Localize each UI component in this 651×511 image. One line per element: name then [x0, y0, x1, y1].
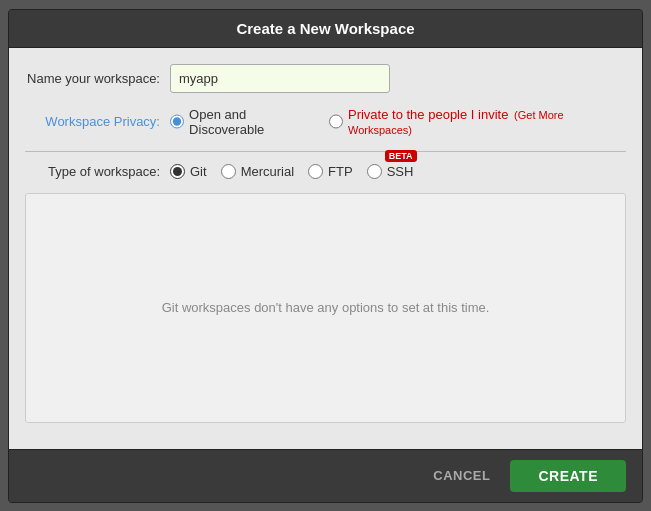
workspace-name-row: Name your workspace: — [25, 64, 626, 93]
type-ssh-option[interactable]: BETA SSH — [367, 164, 414, 179]
privacy-open-option[interactable]: Open and Discoverable — [170, 107, 317, 137]
privacy-private-label[interactable]: Private to the people I invite (Get More… — [348, 107, 614, 137]
workspace-privacy-row: Workspace Privacy: Open and Discoverable… — [25, 107, 626, 137]
privacy-private-radio[interactable] — [329, 114, 343, 129]
cancel-button[interactable]: CANCEL — [423, 462, 500, 489]
type-label: Type of workspace: — [25, 164, 170, 179]
type-ftp-label[interactable]: FTP — [328, 164, 353, 179]
dialog-body: Name your workspace: Workspace Privacy: … — [9, 48, 642, 449]
divider — [25, 151, 626, 152]
workspace-name-input[interactable] — [170, 64, 390, 93]
type-mercurial-radio[interactable] — [221, 164, 236, 179]
type-ssh-label[interactable]: SSH — [387, 164, 414, 179]
workspace-name-label: Name your workspace: — [25, 71, 170, 86]
beta-badge: BETA — [385, 150, 417, 162]
create-workspace-dialog: Create a New Workspace Name your workspa… — [8, 9, 643, 503]
type-mercurial-option[interactable]: Mercurial — [221, 164, 294, 179]
type-mercurial-label[interactable]: Mercurial — [241, 164, 294, 179]
privacy-open-radio[interactable] — [170, 114, 184, 129]
dialog-footer: CANCEL CREATE — [9, 449, 642, 502]
privacy-label: Workspace Privacy: — [25, 114, 170, 129]
workspace-type-row: Type of workspace: Git Mercurial FTP BET… — [25, 164, 626, 179]
privacy-open-label[interactable]: Open and Discoverable — [189, 107, 317, 137]
workspace-options-panel: Git workspaces don't have any options to… — [25, 193, 626, 423]
privacy-private-option[interactable]: Private to the people I invite (Get More… — [329, 107, 614, 137]
create-button[interactable]: CREATE — [510, 460, 626, 492]
type-options-group: Git Mercurial FTP BETA SSH — [170, 164, 427, 179]
workspace-options-placeholder: Git workspaces don't have any options to… — [162, 300, 490, 315]
type-git-label[interactable]: Git — [190, 164, 207, 179]
type-git-option[interactable]: Git — [170, 164, 207, 179]
type-ssh-radio[interactable] — [367, 164, 382, 179]
type-git-radio[interactable] — [170, 164, 185, 179]
dialog-title: Create a New Workspace — [9, 10, 642, 48]
type-ftp-radio[interactable] — [308, 164, 323, 179]
type-ftp-option[interactable]: FTP — [308, 164, 353, 179]
